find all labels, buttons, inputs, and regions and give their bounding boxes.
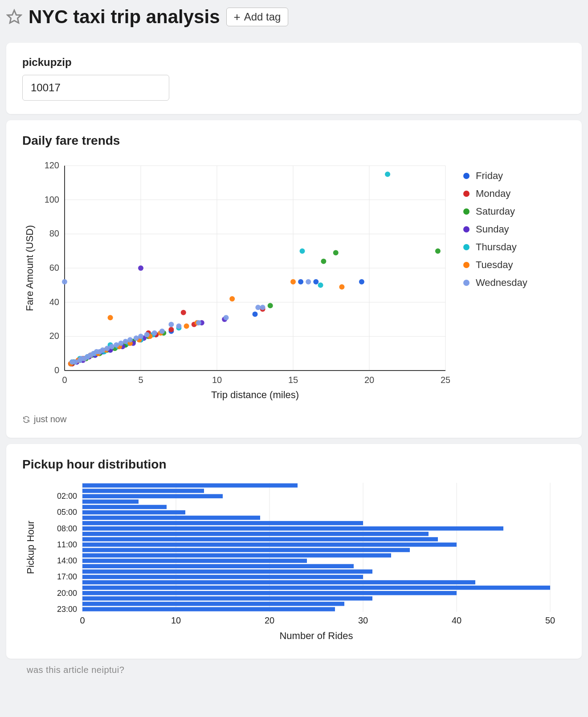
svg-marker-0 <box>8 10 21 23</box>
svg-text:40: 40 <box>452 615 461 625</box>
svg-rect-177 <box>82 537 438 541</box>
legend-item[interactable]: Monday <box>463 188 527 200</box>
legend-dot-icon <box>463 191 470 197</box>
page-title: NYC taxi trip analysis <box>29 6 220 28</box>
bar-card: Pickup hour distribution 0102030405002:0… <box>6 444 582 659</box>
svg-rect-170 <box>82 500 139 504</box>
legend-label: Sunday <box>476 224 509 235</box>
svg-point-139 <box>114 342 119 348</box>
svg-point-144 <box>138 334 143 339</box>
filter-card: pickupzip <box>6 43 582 114</box>
svg-text:Trip distance (miles): Trip distance (miles) <box>211 389 299 400</box>
svg-text:15: 15 <box>288 375 298 385</box>
svg-rect-174 <box>82 521 363 525</box>
svg-point-143 <box>134 335 139 341</box>
svg-text:40: 40 <box>49 297 59 307</box>
svg-text:17:00: 17:00 <box>57 572 77 581</box>
svg-point-154 <box>306 279 311 285</box>
page-header: NYC taxi trip analysis + Add tag <box>0 0 588 37</box>
svg-point-114 <box>108 315 113 320</box>
svg-rect-171 <box>82 505 167 509</box>
legend-item[interactable]: Thursday <box>463 241 527 253</box>
status-text: just now <box>34 414 66 424</box>
svg-text:10: 10 <box>171 615 181 625</box>
svg-point-49 <box>359 279 364 285</box>
add-tag-label: Add tag <box>244 11 281 23</box>
svg-point-106 <box>318 282 323 288</box>
svg-point-122 <box>229 296 235 301</box>
svg-point-47 <box>298 279 303 285</box>
svg-rect-182 <box>82 564 354 568</box>
svg-text:5: 5 <box>138 375 143 385</box>
star-icon[interactable] <box>6 9 22 25</box>
svg-rect-180 <box>82 553 391 557</box>
legend-item[interactable]: Friday <box>463 170 527 182</box>
scatter-plot: 0510152025020406080100120Trip distance (… <box>22 157 450 406</box>
svg-point-138 <box>109 344 114 349</box>
svg-point-78 <box>321 259 326 264</box>
scatter-card: Daily fare trends 0510152025020406080100… <box>6 120 582 438</box>
legend-dot-icon <box>463 208 470 215</box>
legend-label: Monday <box>476 188 510 200</box>
bar-plot: 0102030405002:0005:0008:0011:0014:0017:0… <box>22 481 557 645</box>
svg-text:10: 10 <box>212 375 222 385</box>
svg-text:80: 80 <box>49 228 59 238</box>
svg-point-107 <box>385 171 390 177</box>
svg-rect-172 <box>82 510 185 514</box>
svg-point-148 <box>168 322 174 327</box>
legend-dot-icon <box>463 244 470 250</box>
legend-item[interactable]: Wednesday <box>463 277 527 289</box>
svg-text:Number of Rides: Number of Rides <box>279 630 353 641</box>
svg-text:120: 120 <box>45 160 59 170</box>
svg-text:20: 20 <box>49 331 59 341</box>
refresh-icon[interactable] <box>22 416 30 424</box>
pickupzip-input[interactable] <box>22 75 169 101</box>
svg-point-46 <box>253 312 258 317</box>
svg-point-125 <box>62 279 67 285</box>
svg-text:0: 0 <box>80 615 85 625</box>
svg-text:08:00: 08:00 <box>57 524 77 533</box>
svg-text:0: 0 <box>62 375 67 385</box>
legend-label: Thursday <box>476 241 517 253</box>
legend-label: Tuesday <box>476 259 513 271</box>
svg-point-152 <box>255 305 261 310</box>
svg-text:20: 20 <box>364 375 374 385</box>
svg-text:02:00: 02:00 <box>57 492 77 501</box>
svg-text:23:00: 23:00 <box>57 605 77 614</box>
svg-point-62 <box>168 327 174 332</box>
svg-rect-169 <box>82 494 223 498</box>
svg-rect-175 <box>82 526 503 530</box>
svg-point-127 <box>73 359 78 365</box>
legend-item[interactable]: Saturday <box>463 206 527 217</box>
svg-text:20:00: 20:00 <box>57 589 77 598</box>
svg-point-147 <box>159 329 165 334</box>
svg-point-151 <box>224 315 229 320</box>
svg-text:20: 20 <box>265 615 274 625</box>
svg-point-120 <box>184 323 189 329</box>
svg-rect-186 <box>82 586 550 590</box>
svg-point-63 <box>181 310 186 315</box>
svg-rect-176 <box>82 532 429 536</box>
svg-text:Fare Amount (USD): Fare Amount (USD) <box>24 225 35 311</box>
svg-point-123 <box>290 279 296 285</box>
svg-point-79 <box>333 250 339 256</box>
svg-point-136 <box>100 347 106 353</box>
svg-point-105 <box>300 249 305 254</box>
svg-point-149 <box>176 323 182 329</box>
legend-item[interactable]: Tuesday <box>463 259 527 271</box>
add-tag-button[interactable]: + Add tag <box>226 8 289 26</box>
svg-point-48 <box>313 279 318 285</box>
svg-rect-185 <box>82 580 475 584</box>
scatter-title: Daily fare trends <box>22 134 566 148</box>
svg-rect-179 <box>82 548 410 552</box>
svg-point-153 <box>260 305 265 310</box>
svg-point-141 <box>123 339 128 344</box>
svg-text:100: 100 <box>45 195 59 204</box>
svg-rect-167 <box>82 483 298 487</box>
svg-text:50: 50 <box>545 615 555 625</box>
legend-label: Wednesday <box>476 277 527 289</box>
legend-label: Saturday <box>476 206 515 217</box>
cutoff-text: was this article neiptui? <box>27 665 588 675</box>
legend-item[interactable]: Sunday <box>463 224 527 235</box>
svg-rect-190 <box>82 607 335 611</box>
